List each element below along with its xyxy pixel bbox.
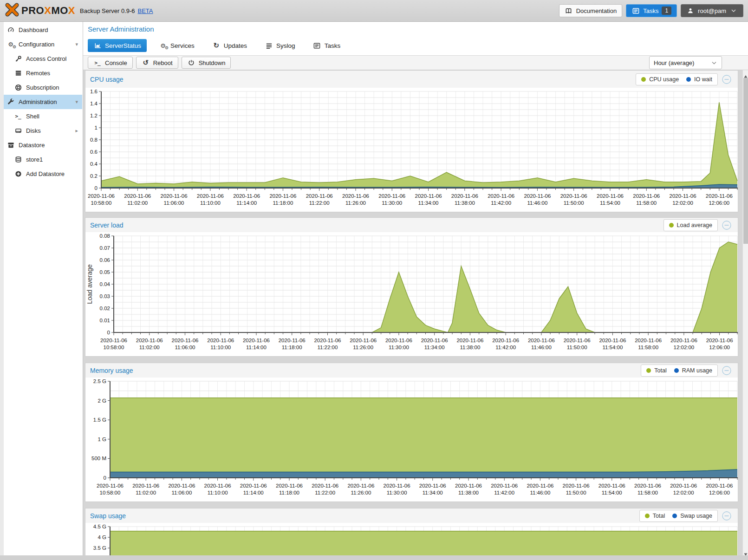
database-icon <box>14 156 22 163</box>
legend-item-total[interactable]: Total <box>646 367 666 374</box>
svg-text:11:42:00: 11:42:00 <box>495 345 516 350</box>
svg-text:2020-11-06: 2020-11-06 <box>350 338 377 343</box>
sidebar-item-dashboard[interactable]: Dashboard <box>4 23 82 37</box>
sidebar-item-subscription[interactable]: Subscription <box>4 80 82 95</box>
legend-item-io-wait[interactable]: IO wait <box>686 76 712 83</box>
cpu-usage-panel: CPU usage CPU usage IO wait 00.20.40.60.… <box>85 70 738 212</box>
svg-text:1.2: 1.2 <box>90 113 98 118</box>
svg-text:2020-11-06: 2020-11-06 <box>597 193 624 199</box>
sidebar-item-add-datastore[interactable]: Add Datastore <box>4 167 82 181</box>
collapse-panel-button[interactable] <box>722 511 731 521</box>
svg-text:2020-11-06: 2020-11-06 <box>197 193 224 199</box>
shutdown-button[interactable]: Shutdown <box>182 57 231 69</box>
chart-legend: CPU usage IO wait <box>636 73 718 85</box>
tab-serverstatus[interactable]: ServerStatus <box>88 39 147 52</box>
svg-text:2020-11-06: 2020-11-06 <box>670 193 696 199</box>
svg-text:0.8: 0.8 <box>90 137 98 143</box>
tab-updates[interactable]: ↻ Updates <box>207 39 253 52</box>
brand-text: PROXMOX <box>21 5 75 17</box>
svg-text:11:30:00: 11:30:00 <box>387 490 407 495</box>
tab-tasks[interactable]: Tasks <box>307 39 346 52</box>
chevron-down-icon: ▾ <box>75 99 78 105</box>
svg-text:2020-11-06: 2020-11-06 <box>233 193 260 199</box>
svg-text:11:06:00: 11:06:00 <box>171 490 192 495</box>
sidebar-item-datastore[interactable]: Datastore <box>4 138 82 152</box>
sidebar-item-remotes[interactable]: Remotes <box>4 66 82 80</box>
legend-item-cpu-usage[interactable]: CPU usage <box>641 76 679 83</box>
gauge-icon <box>7 26 15 34</box>
svg-text:2020-11-06: 2020-11-06 <box>456 338 483 343</box>
svg-text:2020-11-06: 2020-11-06 <box>347 483 374 488</box>
reboot-button[interactable]: ↺ Reboot <box>136 57 178 69</box>
time-range-select[interactable]: Hour (average) <box>649 56 722 69</box>
svg-text:2020-11-06: 2020-11-06 <box>706 193 733 199</box>
user-icon <box>686 7 695 14</box>
sidebar-item-administration[interactable]: Administration ▾ <box>4 95 82 109</box>
svg-text:2020-11-06: 2020-11-06 <box>598 483 625 488</box>
svg-text:2020-11-06: 2020-11-06 <box>564 338 591 343</box>
svg-text:11:54:00: 11:54:00 <box>602 490 622 495</box>
vertical-scrollbar[interactable] <box>742 70 748 555</box>
sidebar-item-store1[interactable]: store1 <box>4 152 82 167</box>
cpu-usage-chart: 00.20.40.60.811.21.41.62020-11-0610:58:0… <box>85 88 738 211</box>
book-icon <box>565 7 573 14</box>
legend-item-total[interactable]: Total <box>645 513 665 519</box>
server-load-panel: Server load Load average 00.010.020.030.… <box>85 217 738 357</box>
svg-text:2020-11-06: 2020-11-06 <box>670 483 697 488</box>
panel-header: Swap usage Total Swap usage <box>85 508 738 523</box>
life-ring-icon <box>14 84 22 91</box>
legend-dot <box>672 514 677 518</box>
svg-text:2020-11-06: 2020-11-06 <box>634 483 661 488</box>
legend-item-load-average[interactable]: Load average <box>669 222 712 228</box>
terminal-icon: >_ <box>93 59 102 66</box>
svg-text:11:02:00: 11:02:00 <box>139 345 160 350</box>
sidebar-item-shell[interactable]: >_ Shell <box>4 109 82 124</box>
svg-text:11:18:00: 11:18:00 <box>279 490 299 495</box>
collapse-panel-button[interactable] <box>722 221 731 230</box>
svg-text:11:34:00: 11:34:00 <box>418 200 439 206</box>
tab-syslog[interactable]: Syslog <box>259 39 301 52</box>
disk-icon <box>14 127 22 135</box>
svg-text:12:02:00: 12:02:00 <box>672 200 693 206</box>
page-title-row: Server Administration <box>83 22 748 36</box>
svg-text:11:34:00: 11:34:00 <box>423 490 443 495</box>
svg-text:2020-11-06: 2020-11-06 <box>124 193 151 199</box>
svg-text:2020-11-06: 2020-11-06 <box>306 193 333 199</box>
user-menu-button[interactable]: root@pam <box>681 4 743 17</box>
beta-link[interactable]: BETA <box>138 7 153 14</box>
chevron-down-icon <box>729 7 738 14</box>
svg-text:2020-11-06: 2020-11-06 <box>161 193 188 199</box>
svg-text:2020-11-06: 2020-11-06 <box>706 338 733 343</box>
memory-usage-panel: Memory usage Total RAM usage 0500 M1 G1.… <box>85 363 738 502</box>
legend-item-swap-usage[interactable]: Swap usage <box>672 513 712 519</box>
product-version: Backup Server 0.9-6 <box>80 7 135 14</box>
sidebar-item-disks[interactable]: Disks ▸ <box>4 124 82 138</box>
svg-text:2 G: 2 G <box>98 398 106 404</box>
refresh-icon: ↻ <box>212 42 221 49</box>
tab-services[interactable]: ⚙ Services <box>153 39 200 52</box>
scroll-down-arrow-icon[interactable] <box>744 550 748 553</box>
sidebar-item-configuration[interactable]: ⚙ Configuration ▾ <box>4 37 82 52</box>
svg-text:2020-11-06: 2020-11-06 <box>451 193 478 199</box>
console-button[interactable]: >_ Console <box>88 57 133 69</box>
task-list-icon <box>631 7 640 14</box>
svg-text:1 G: 1 G <box>98 436 106 442</box>
svg-text:11:50:00: 11:50:00 <box>564 200 584 206</box>
sidebar-item-access-control[interactable]: Access Control <box>4 52 82 66</box>
svg-text:2020-11-06: 2020-11-06 <box>240 483 267 488</box>
panel-header: Memory usage Total RAM usage <box>85 363 738 378</box>
svg-text:11:10:00: 11:10:00 <box>200 200 221 206</box>
chart-legend: Total Swap usage <box>639 510 718 522</box>
scroll-up-arrow-icon[interactable] <box>744 72 748 76</box>
svg-text:2020-11-06: 2020-11-06 <box>633 193 660 199</box>
svg-text:11:18:00: 11:18:00 <box>282 345 302 350</box>
scrollbar-thumb[interactable] <box>743 78 748 244</box>
collapse-panel-button[interactable] <box>722 75 731 84</box>
swap-usage-chart: 0500 M1 G1.5 G2 G2.5 G3 G3.5 G4 G4.5 G20… <box>85 523 738 560</box>
collapse-panel-button[interactable] <box>722 366 731 375</box>
tasks-button[interactable]: Tasks 1 <box>626 4 677 17</box>
svg-text:11:18:00: 11:18:00 <box>273 200 293 206</box>
svg-text:11:38:00: 11:38:00 <box>460 345 480 350</box>
legend-item-ram-usage[interactable]: RAM usage <box>674 367 712 374</box>
documentation-button[interactable]: Documentation <box>559 4 622 17</box>
